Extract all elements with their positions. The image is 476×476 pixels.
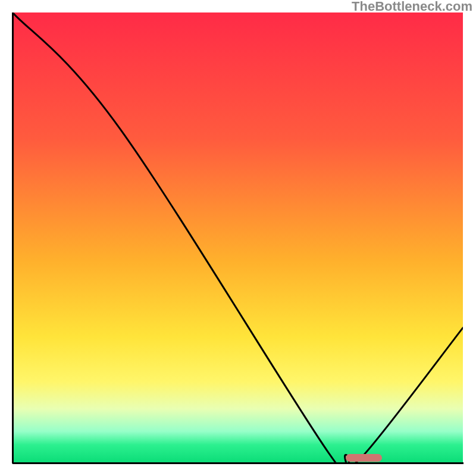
bottleneck-chart: TheBottleneck.com <box>0 0 476 476</box>
y-axis <box>12 12 14 464</box>
watermark: TheBottleneck.com <box>352 0 472 14</box>
bottleneck-curve-path <box>12 12 463 463</box>
bottleneck-curve <box>12 12 463 463</box>
x-axis <box>12 462 464 464</box>
plot-area <box>12 12 463 463</box>
optimal-zone-marker <box>346 454 382 462</box>
